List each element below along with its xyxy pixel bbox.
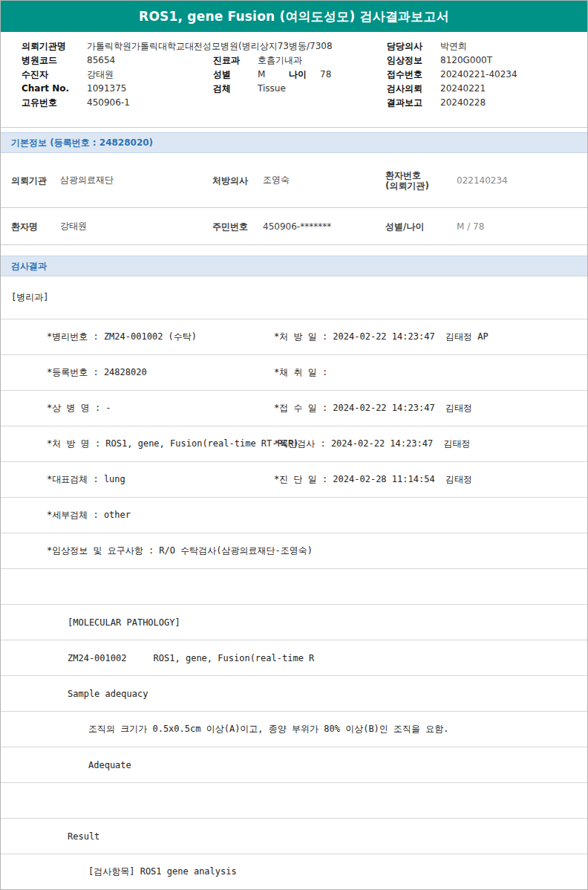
result-row: [1, 783, 587, 819]
org-label: 의뢰기관명: [22, 39, 87, 53]
hospital-code-label: 병원코드: [22, 53, 87, 68]
chart-value: 1091375: [87, 82, 213, 96]
dept-value: 호흡기내과: [258, 53, 387, 68]
result-row: *대표검체 : lung*진 단 일 : 2024-02-28 11:14:54…: [1, 462, 587, 498]
clinical-value: 8120G000T: [440, 53, 565, 68]
result-row: ZM24-001002 ROS1, gene, Fusion(real-time…: [1, 640, 587, 676]
sex-age-value: M / 78: [457, 221, 577, 232]
patient-no-value: 022140234: [457, 175, 577, 186]
basic-info-row: 의뢰기관 삼광의료재단 처방의사 조영숙 환자번호(의뢰기관) 02214023…: [1, 153, 587, 208]
resident-no-value: 450906-*******: [263, 221, 385, 232]
sex-age-cell: M나이78: [258, 68, 387, 82]
patient-name-label: 환자명: [11, 221, 60, 232]
result-row: [1, 569, 587, 605]
resident-no-label: 주민번호: [212, 221, 263, 232]
pathology-dept-tag: [병리과]: [1, 276, 587, 319]
sex-value: M: [258, 68, 289, 82]
report-date-label: 결과보고: [387, 96, 440, 110]
uid-label: 고유번호: [22, 96, 87, 110]
referrer-label: 의뢰기관: [11, 175, 60, 186]
patient-no-label: 환자번호(의뢰기관): [385, 170, 457, 191]
result-row: *처 방 명 : ROS1, gene, Fusion(real-time RT…: [1, 426, 587, 462]
clinical-label: 임상정보: [387, 53, 440, 68]
result-row: [MOLECULAR PATHOLOGY]: [1, 605, 587, 640]
specimen-label: 검체: [213, 82, 258, 96]
receipt-label: 접수번호: [387, 68, 440, 82]
hospital-code-value: 85654: [87, 53, 213, 68]
header-info: 의뢰기관명 가톨릭학원가톨릭대학교대전성모병원(병리상지73병동/7308 담당…: [1, 32, 587, 119]
patient-label: 수진자: [22, 68, 87, 82]
result-row: *병리번호 : ZM24-001002 (수탁)*처 방 일 : 2024-02…: [1, 319, 587, 355]
doctor-label: 담당의사: [387, 39, 440, 53]
chart-label: Chart No.: [22, 82, 87, 96]
result-row: *임상정보 및 요구사항 : R/O 수탁검사(삼광의료재단-조영숙): [1, 533, 587, 569]
patient-value: 강태원: [87, 68, 213, 82]
report-date-value: 20240228: [440, 96, 565, 110]
dept-label: 진료과: [213, 53, 258, 68]
referrer-value: 삼광의료재단: [60, 174, 212, 186]
result-row: Sample adequacy: [1, 676, 587, 712]
receipt-value: 20240221-40234: [440, 68, 565, 82]
result-row: 조직의 크기가 0.5x0.5cm 이상(A)이고, 종양 부위가 80% 이상…: [1, 712, 587, 747]
report-title-bar: ROS1, gene Fusion (여의도성모) 검사결과보고서: [1, 1, 587, 32]
age-label: 나이: [289, 68, 320, 82]
request-date-value: 20240221: [440, 82, 565, 96]
org-value: 가톨릭학원가톨릭대학교대전성모병원(병리상지73병동/7308: [87, 39, 387, 53]
prescriber-value: 조영숙: [263, 174, 385, 186]
section-header-basic-info: 기본정보 (등록번호 : 24828020): [1, 132, 587, 153]
patient-name-value: 강태원: [60, 220, 212, 233]
result-row: [검사항목] ROS1 gene analysis: [1, 854, 587, 890]
request-date-label: 검사의뢰: [387, 82, 440, 96]
report-title: ROS1, gene Fusion (여의도성모) 검사결과보고서: [139, 8, 449, 25]
result-row: *상 병 명 : -*접 수 일 : 2024-02-22 14:23:47 김…: [1, 391, 587, 426]
result-row: Result: [1, 819, 587, 854]
basic-info-row: 환자명 강태원 주민번호 450906-******* 성별/나이 M / 78: [1, 208, 587, 245]
header-divider: [1, 127, 587, 128]
specimen-value: Tissue: [258, 82, 387, 96]
uid-value: 450906-1: [87, 96, 213, 110]
prescriber-label: 처방의사: [212, 175, 263, 186]
result-row: Adequate: [1, 747, 587, 783]
result-row: *세부검체 : other: [1, 498, 587, 533]
section-header-results: 검사결과: [1, 256, 587, 276]
sex-age-label: 성별/나이: [385, 221, 457, 232]
result-row: *등록번호 : 24828020*채 취 일 :: [1, 355, 587, 391]
age-value: 78: [320, 69, 331, 79]
report-page: ROS1, gene Fusion (여의도성모) 검사결과보고서 의뢰기관명 …: [0, 0, 588, 890]
doctor-value: 박연희: [440, 39, 565, 53]
sex-label: 성별: [213, 68, 258, 82]
